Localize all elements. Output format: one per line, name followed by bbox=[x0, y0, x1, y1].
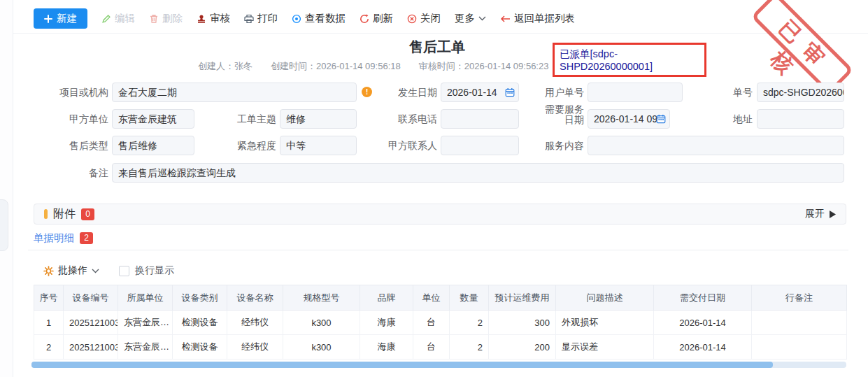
back-label: 返回单据列表 bbox=[514, 12, 575, 25]
new-button[interactable]: 新建 bbox=[34, 8, 87, 29]
wrap-display-label[interactable]: 换行显示 bbox=[135, 264, 174, 277]
subject-field[interactable]: 维修 bbox=[280, 109, 357, 129]
view-data-icon bbox=[292, 14, 301, 24]
attachments-bar: 附件 0 展开 bbox=[34, 204, 846, 225]
urgency-label: 紧急程度 bbox=[227, 136, 276, 155]
user-no-field[interactable] bbox=[588, 83, 683, 102]
calendar-icon[interactable] bbox=[656, 114, 666, 124]
column-header-equip_no: 设备编号 bbox=[64, 285, 118, 311]
service-content-field[interactable] bbox=[588, 136, 844, 155]
party-a-contact-label: 甲方联系人 bbox=[381, 136, 437, 155]
horizontal-scrollbar-thumb[interactable] bbox=[31, 362, 773, 368]
table-row[interactable]: 22025121003东营金辰…检测设备经纬仪k300海康台2200显示误差20… bbox=[34, 335, 847, 360]
back-to-list-button[interactable]: 返回单据列表 bbox=[500, 12, 575, 25]
detail-section-label: 单据明细 bbox=[34, 232, 74, 245]
doc-meta: 创建人：张冬 创建时间：2026-01-14 09:56:18 审核时间：202… bbox=[198, 60, 548, 73]
gear-icon bbox=[43, 266, 54, 276]
plus-icon bbox=[44, 15, 52, 23]
audit-label: 审核 bbox=[210, 12, 230, 25]
user-no-label: 用户单号 bbox=[535, 83, 584, 102]
party-a-field[interactable]: 东营金辰建筑 bbox=[112, 109, 194, 129]
service-date-field[interactable]: 2026-01-14 09:: bbox=[588, 109, 670, 129]
close-label: 关闭 bbox=[420, 12, 441, 25]
cell-category: 检测设备 bbox=[173, 335, 227, 360]
occur-date-field[interactable]: 2026-01-14 bbox=[441, 83, 519, 102]
table-row[interactable]: 12025121003东营金辰…检测设备经纬仪k300海康台2300外观损坏20… bbox=[34, 311, 847, 335]
project-field[interactable]: 金石大厦二期 bbox=[112, 83, 357, 102]
doc-no-field[interactable]: sdpc-SHGD202600 bbox=[757, 83, 844, 102]
view-data-button[interactable]: 查看数据 bbox=[292, 12, 346, 25]
info-icon[interactable] bbox=[362, 87, 372, 97]
pencil-icon bbox=[101, 14, 111, 24]
column-header-owner: 所属单位 bbox=[118, 285, 173, 311]
phone-field[interactable] bbox=[441, 109, 519, 129]
cell-seq: 2 bbox=[34, 335, 64, 360]
column-header-model: 规格型号 bbox=[283, 285, 360, 311]
column-header-cost: 预计运维费用 bbox=[489, 285, 556, 311]
cell-owner: 东营金辰… bbox=[118, 335, 173, 360]
column-header-deliver_date: 需交付日期 bbox=[654, 285, 752, 311]
dispatch-status-box: 已派单[sdpc-SHPD20260000001] bbox=[553, 43, 706, 77]
page-title: 售后工单 bbox=[28, 38, 846, 57]
wrap-display-checkbox[interactable] bbox=[119, 266, 129, 276]
cell-problem: 显示误差 bbox=[556, 335, 654, 360]
column-header-seq: 序号 bbox=[34, 285, 64, 311]
batch-ops-button[interactable]: 批操作 bbox=[43, 264, 99, 277]
address-label: 地址 bbox=[727, 109, 753, 129]
occur-date-label: 发生日期 bbox=[388, 83, 437, 102]
cell-brand: 海康 bbox=[360, 335, 413, 360]
cell-model: k300 bbox=[283, 335, 360, 360]
doc-no-label: 单号 bbox=[727, 83, 753, 102]
created-time-text: 创建时间：2026-01-14 09:56:18 bbox=[271, 60, 401, 73]
column-header-category: 设备类别 bbox=[173, 285, 227, 311]
cell-name: 经纬仪 bbox=[227, 311, 283, 335]
aftersale-type-field[interactable]: 售后维修 bbox=[112, 136, 194, 155]
party-a-contact-field[interactable] bbox=[441, 136, 519, 155]
cell-deliver_date: 2026-01-14 bbox=[654, 311, 752, 335]
delete-label: 删除 bbox=[162, 12, 183, 25]
table-header-row: 序号设备编号所属单位设备类别设备名称规格型号品牌单位数量预计运维费用问题描述需交… bbox=[34, 285, 847, 311]
audit-button[interactable]: 审核 bbox=[197, 12, 230, 25]
cell-owner: 东营金辰… bbox=[118, 311, 173, 335]
detail-table: 序号设备编号所属单位设备类别设备名称规格型号品牌单位数量预计运维费用问题描述需交… bbox=[34, 285, 847, 360]
close-button[interactable]: 关闭 bbox=[407, 12, 441, 25]
dispatch-status-text: 已派单[sdpc-SHPD20260000001] bbox=[560, 48, 704, 72]
attachments-count-badge: 0 bbox=[81, 208, 94, 220]
audited-time-text: 审核时间：2026-01-14 09:56:23 bbox=[419, 60, 549, 73]
refresh-button[interactable]: 刷新 bbox=[360, 12, 393, 25]
side-panel-handle[interactable] bbox=[0, 199, 8, 251]
edit-button[interactable]: 编辑 bbox=[101, 12, 135, 25]
attachments-label: 附件 bbox=[53, 207, 76, 222]
service-date-label: 需要服务日期 bbox=[542, 104, 584, 125]
horizontal-scrollbar-track[interactable] bbox=[31, 362, 846, 368]
cell-unit: 台 bbox=[413, 311, 450, 335]
address-field[interactable] bbox=[757, 109, 844, 129]
cell-category: 检测设备 bbox=[173, 311, 227, 335]
detail-section-header: 单据明细 2 bbox=[34, 232, 93, 245]
batch-ops-label: 批操作 bbox=[58, 264, 87, 277]
creator-text: 创建人：张冬 bbox=[198, 60, 252, 73]
delete-button[interactable]: 删除 bbox=[149, 12, 183, 25]
print-button[interactable]: 打印 bbox=[244, 12, 278, 25]
close-circle-icon bbox=[407, 14, 417, 24]
expand-label: 展开 bbox=[805, 208, 825, 220]
subject-label: 工单主题 bbox=[227, 109, 276, 129]
remark-field[interactable]: 来自售后巡检跟踪查询生成 bbox=[112, 163, 844, 183]
refresh-icon bbox=[360, 14, 369, 24]
printer-icon bbox=[244, 14, 254, 24]
toolbar: 新建 编辑 删除 审核 打印 查看数据 刷新 关闭 更多 返回单据列表 bbox=[34, 8, 575, 29]
cell-row_remark bbox=[752, 335, 847, 360]
remark-label: 备注 bbox=[80, 163, 108, 183]
cell-seq: 1 bbox=[34, 311, 64, 335]
section-divider bbox=[28, 250, 848, 250]
expand-button[interactable]: 展开 bbox=[805, 208, 836, 220]
cell-name: 经纬仪 bbox=[227, 335, 283, 360]
column-header-name: 设备名称 bbox=[227, 285, 283, 311]
aftersale-type-label: 售后类型 bbox=[59, 136, 108, 155]
cell-deliver_date: 2026-01-14 bbox=[654, 335, 752, 360]
column-header-brand: 品牌 bbox=[360, 285, 413, 311]
calendar-icon[interactable] bbox=[505, 87, 515, 97]
urgency-field[interactable]: 中等 bbox=[280, 136, 357, 155]
more-button[interactable]: 更多 bbox=[455, 12, 486, 25]
refresh-label: 刷新 bbox=[373, 12, 393, 25]
